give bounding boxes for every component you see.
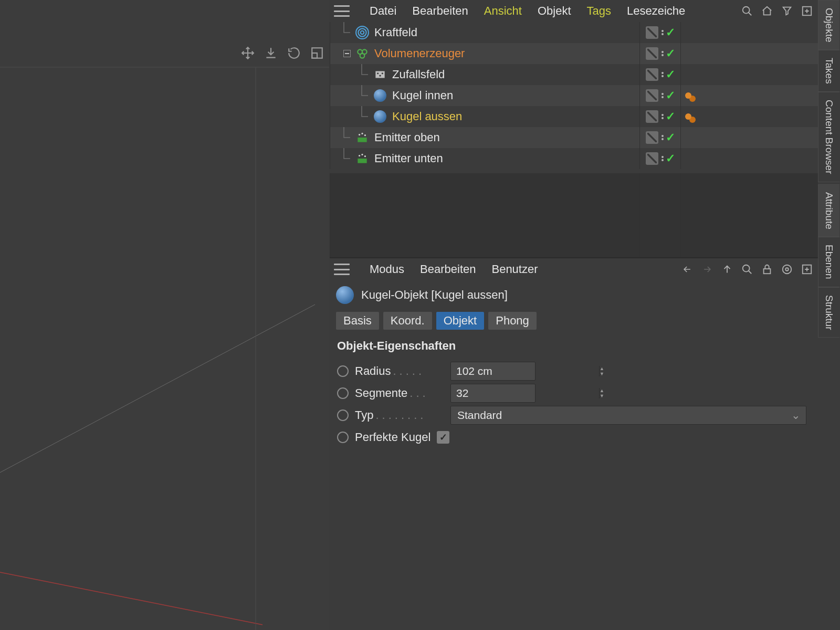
layer-flag-icon[interactable]	[646, 152, 658, 165]
keyframe-toggle[interactable]	[337, 432, 349, 443]
segments-input[interactable]	[451, 387, 599, 400]
menu-file[interactable]: Datei	[370, 4, 396, 18]
keyframe-toggle[interactable]	[337, 365, 349, 377]
viewport[interactable]	[0, 0, 329, 630]
enable-check-icon[interactable]: ✓	[666, 89, 675, 102]
layer-flag-icon[interactable]	[646, 26, 658, 39]
spin-up-icon[interactable]: ▲	[600, 388, 604, 393]
menu-icon[interactable]	[334, 5, 350, 17]
target-icon[interactable]	[780, 262, 794, 276]
object-label[interactable]: Volumenerzeuger	[374, 47, 465, 60]
tag-cell[interactable]	[680, 106, 701, 127]
visibility-flags[interactable]: ✓	[639, 127, 680, 148]
object-label[interactable]: Emitter unten	[374, 152, 443, 165]
tab-objekt[interactable]: Objekt	[436, 312, 485, 330]
radius-field[interactable]: ▲▼	[450, 362, 536, 381]
sidetab-objects[interactable]: Objekte	[818, 0, 839, 50]
phong-tag-icon[interactable]	[685, 113, 691, 120]
enable-check-icon[interactable]: ✓	[666, 131, 675, 144]
visibility-dots-icon[interactable]	[662, 51, 664, 56]
tab-koord[interactable]: Koord.	[383, 312, 432, 330]
tag-cell[interactable]	[680, 127, 701, 148]
refresh-icon[interactable]	[286, 45, 302, 61]
visibility-flags[interactable]: ✓	[639, 106, 680, 127]
menu-user[interactable]: Benutzer	[491, 262, 538, 276]
tag-cell[interactable]	[680, 85, 701, 106]
sidetab-attribute[interactable]: Attribute	[818, 184, 839, 237]
layer-flag-icon[interactable]	[646, 110, 658, 123]
enable-check-icon[interactable]: ✓	[666, 152, 675, 165]
maximize-icon[interactable]	[309, 45, 325, 61]
tag-cell[interactable]	[680, 148, 701, 169]
tag-cell[interactable]	[680, 22, 701, 43]
search-icon[interactable]	[740, 4, 754, 18]
visibility-flags[interactable]: ✓	[639, 64, 680, 85]
spin-up-icon[interactable]: ▲	[600, 366, 604, 371]
new-window-icon[interactable]	[800, 4, 814, 18]
keyframe-toggle[interactable]	[337, 387, 349, 399]
spin-down-icon[interactable]: ▼	[600, 371, 604, 376]
tree-row[interactable]: Kraftfeld✓	[330, 22, 818, 43]
keyframe-toggle[interactable]	[337, 410, 349, 421]
enable-check-icon[interactable]: ✓	[666, 47, 675, 60]
tree-row[interactable]: Kugel innen✓	[330, 85, 818, 106]
collapse-icon[interactable]	[340, 43, 354, 64]
layer-flag-icon[interactable]	[646, 47, 658, 60]
object-label[interactable]: Zufallsfeld	[392, 68, 445, 81]
object-label[interactable]: Kugel innen	[392, 89, 453, 102]
tree-row[interactable]: Emitter oben✓	[330, 127, 818, 148]
visibility-dots-icon[interactable]	[662, 135, 664, 140]
layer-flag-icon[interactable]	[646, 89, 658, 102]
sidetab-content[interactable]: Content Browser	[818, 92, 839, 182]
search-icon[interactable]	[740, 262, 754, 276]
nav-back-icon[interactable]	[680, 262, 694, 276]
lock-icon[interactable]	[760, 262, 774, 276]
object-label[interactable]: Kugel aussen	[392, 110, 462, 123]
menu-icon[interactable]	[334, 264, 350, 275]
visibility-dots-icon[interactable]	[662, 156, 664, 161]
tree-row[interactable]: Kugel aussen✓	[330, 106, 818, 127]
sidetab-takes[interactable]: Takes	[818, 50, 839, 92]
visibility-dots-icon[interactable]	[662, 72, 664, 77]
radius-input[interactable]	[451, 365, 599, 377]
object-label[interactable]: Kraftfeld	[374, 26, 417, 39]
layer-flag-icon[interactable]	[646, 131, 658, 144]
visibility-flags[interactable]: ✓	[639, 85, 680, 106]
layer-flag-icon[interactable]	[646, 68, 658, 81]
visibility-flags[interactable]: ✓	[639, 43, 680, 64]
tag-cell[interactable]	[680, 64, 701, 85]
tree-row[interactable]: Volumenerzeuger✓	[330, 43, 818, 64]
enable-check-icon[interactable]: ✓	[666, 68, 675, 81]
nav-up-icon[interactable]	[720, 262, 734, 276]
tab-phong[interactable]: Phong	[488, 312, 537, 330]
tree-row[interactable]: Zufallsfeld✓	[330, 64, 818, 85]
spin-down-icon[interactable]: ▼	[600, 393, 604, 398]
sidetab-layers[interactable]: Ebenen	[818, 237, 839, 287]
menu-object[interactable]: Objekt	[538, 4, 571, 18]
type-select[interactable]: Standard ⌄	[450, 406, 806, 425]
phong-tag-icon[interactable]	[685, 92, 691, 99]
enable-check-icon[interactable]: ✓	[666, 26, 675, 39]
move-icon[interactable]	[240, 45, 256, 61]
tag-cell[interactable]	[680, 43, 701, 64]
menu-tags[interactable]: Tags	[587, 4, 611, 18]
perfect-sphere-checkbox[interactable]: ✓	[437, 431, 449, 444]
tree-row[interactable]: Emitter unten✓	[330, 148, 818, 169]
object-tree[interactable]: Kraftfeld✓Volumenerzeuger✓Zufallsfeld✓Ku…	[330, 22, 818, 173]
visibility-dots-icon[interactable]	[662, 30, 664, 35]
menu-bookmarks[interactable]: Lesezeiche	[627, 4, 685, 18]
visibility-flags[interactable]: ✓	[639, 22, 680, 43]
visibility-dots-icon[interactable]	[662, 93, 664, 98]
new-window-icon[interactable]	[800, 262, 814, 276]
home-icon[interactable]	[760, 4, 774, 18]
filter-icon[interactable]	[780, 4, 794, 18]
menu-mode[interactable]: Modus	[370, 262, 404, 276]
download-icon[interactable]	[263, 45, 279, 61]
sidetab-structure[interactable]: Struktur	[818, 287, 839, 338]
menu-edit[interactable]: Bearbeiten	[412, 4, 468, 18]
menu-edit[interactable]: Bearbeiten	[420, 262, 476, 276]
tab-basis[interactable]: Basis	[336, 312, 379, 330]
visibility-flags[interactable]: ✓	[639, 148, 680, 169]
segments-field[interactable]: ▲▼	[450, 384, 536, 403]
menu-view[interactable]: Ansicht	[484, 4, 522, 18]
